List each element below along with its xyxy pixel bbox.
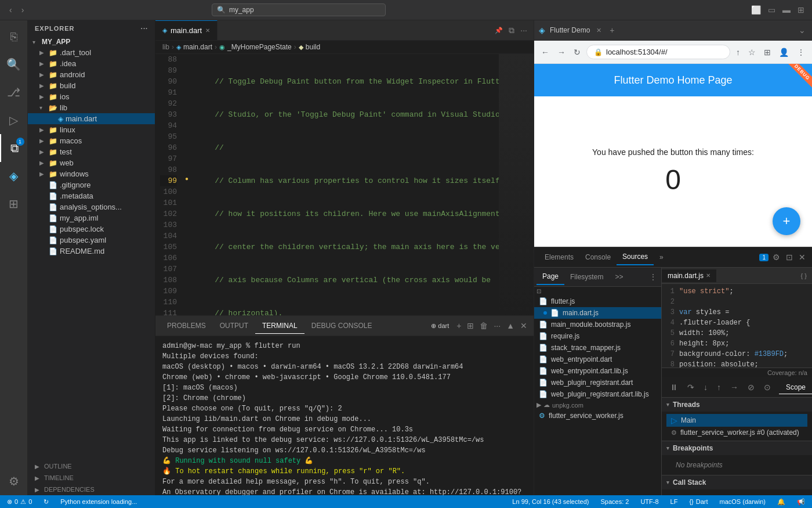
devtools-toggle-panel[interactable]: ⊡	[534, 287, 661, 296]
address-bar[interactable]: 🔒	[586, 45, 730, 59]
back-button[interactable]: ‹	[6, 4, 16, 16]
sources-filesystem-tab[interactable]: Filesystem	[564, 269, 609, 284]
devtools-code-content[interactable]: 1"use strict"; 2 3var styles = 4 .flutte…	[662, 284, 812, 368]
sidebar-item-main-dart[interactable]: ◈ main.dart	[28, 113, 155, 124]
thread-main[interactable]: ▷ Main	[666, 414, 807, 427]
customize-layout-icon[interactable]: ⊞	[796, 3, 806, 16]
devtools-tab-sources[interactable]: Sources	[617, 249, 654, 265]
add-terminal-button[interactable]: +	[455, 319, 463, 332]
bookmark-button[interactable]: ☆	[746, 45, 758, 59]
devtools-file-service-worker[interactable]: ⚙ flutter_service_worker.js	[534, 410, 661, 421]
format-button[interactable]: { }	[799, 271, 809, 281]
terminal-more-button[interactable]: ···	[492, 319, 502, 332]
kill-terminal-button[interactable]: 🗑	[478, 319, 490, 332]
devtools-file-bootstrap[interactable]: 📄 main_module.bootstrap.js	[534, 319, 661, 330]
code-editor[interactable]: // Toggle Debug Paint button from the Wi…	[192, 54, 499, 315]
share-button[interactable]: ↑	[734, 45, 742, 59]
status-notifications[interactable]: 🔔	[775, 498, 788, 506]
devtools-code-tab-main[interactable]: main.dart.js ✕	[662, 269, 716, 282]
devtools-close-button[interactable]: ✕	[797, 251, 807, 264]
sources-options-button[interactable]: ⋮	[647, 271, 659, 283]
status-platform[interactable]: macOS (darwin)	[717, 498, 768, 506]
scope-tab[interactable]: Scope	[779, 381, 812, 394]
status-position[interactable]: Ln 99, Col 16 (43 selected)	[510, 498, 591, 506]
sidebar-item-lib[interactable]: ▾ 📂 lib	[28, 102, 155, 113]
split-terminal-button[interactable]: ⊞	[465, 319, 476, 332]
browser-options-button[interactable]: ⋮	[795, 45, 807, 59]
status-broadcast[interactable]: 📢	[795, 498, 807, 506]
code-container[interactable]: 8889909192 9394959697 9899100101102 1031…	[155, 54, 534, 315]
toggle-panel-icon[interactable]: ▭	[766, 3, 777, 16]
sidebar-item-metadata[interactable]: 📄 .metadata	[28, 190, 155, 201]
status-encoding[interactable]: UTF-8	[638, 498, 661, 506]
editor-more-button[interactable]: ···	[519, 24, 529, 37]
pin-button[interactable]: 📌	[493, 25, 505, 36]
step-over-button[interactable]: ↷	[684, 380, 698, 394]
fab-button[interactable]: +	[773, 207, 800, 235]
editor-tab-close[interactable]: ✕	[205, 27, 210, 34]
activity-git[interactable]: ⎇	[0, 78, 28, 106]
sidebar-item-web[interactable]: ▶ 📁 web	[28, 157, 155, 168]
url-input[interactable]	[606, 48, 723, 56]
new-browser-tab-button[interactable]: +	[608, 24, 616, 37]
tab-debug-console[interactable]: DEBUG CONSOLE	[304, 318, 379, 333]
activity-settings[interactable]: ⚙	[0, 467, 28, 495]
devtools-file-web-plugin[interactable]: 📄 web_plugin_registrant.dart	[534, 377, 661, 388]
search-bar[interactable]: 🔍	[212, 3, 386, 16]
stop-button[interactable]: ⊙	[760, 380, 774, 394]
toggle-sidebar-icon[interactable]: ⬜	[749, 3, 763, 16]
close-code-tab-button[interactable]: ✕	[706, 272, 710, 279]
sidebar-item-my-app-iml[interactable]: 📄 my_app.iml	[28, 212, 155, 224]
browser-menu-button[interactable]: ⌄	[797, 24, 807, 37]
close-terminal-button[interactable]: ✕	[519, 319, 529, 332]
sidebar-item-dart-tool[interactable]: ▶ 📁 .dart_tool	[28, 47, 155, 58]
sidebar-timeline[interactable]: ▶ TIMELINE	[28, 472, 155, 484]
split-editor-button[interactable]: ⧉	[507, 24, 516, 37]
browser-back-button[interactable]: ←	[539, 45, 552, 59]
breakpoints-header[interactable]: ▾ Breakpoints	[662, 441, 812, 455]
devtools-tab-more[interactable]: »	[654, 250, 669, 265]
sidebar-item-pubspec-lock[interactable]: 📄 pubspec.lock	[28, 224, 155, 235]
sidebar-root[interactable]: ▾ MY_APP	[28, 37, 155, 47]
thread-service-worker[interactable]: ⚙ flutter_service_worker.js #0 (activate…	[666, 427, 807, 438]
sidebar-dependencies[interactable]: ▶ DEPENDENCIES	[28, 484, 155, 495]
pause-button[interactable]: ⏸	[666, 380, 682, 394]
toggle-split-icon[interactable]: ▬	[781, 3, 792, 16]
sidebar-item-analysis[interactable]: 📄 analysis_options...	[28, 201, 155, 212]
close-browser-tab-button[interactable]: ✕	[594, 25, 603, 36]
devtools-file-main-dart-js[interactable]: 📄 main.dart.js	[534, 307, 661, 319]
sidebar-item-macos[interactable]: ▶ 📁 macos	[28, 135, 155, 146]
sidebar-item-android[interactable]: ▶ 📁 android	[28, 69, 155, 80]
devtools-settings-button[interactable]: ⚙	[771, 251, 782, 264]
reader-view-button[interactable]: ⊞	[762, 45, 773, 59]
activity-search[interactable]: 🔍	[0, 51, 28, 78]
step-out-button[interactable]: ↑	[713, 380, 724, 394]
terminal-content[interactable]: admin@gw-mac my_app % flutter run Multip…	[155, 336, 534, 495]
sources-more-tab[interactable]: >>	[609, 269, 629, 284]
status-python[interactable]: Python extension loading...	[58, 498, 139, 505]
status-errors[interactable]: ⊗ 0 ⚠ 0	[5, 498, 34, 506]
browser-reload-button[interactable]: ↻	[571, 45, 583, 59]
browser-profile-button[interactable]: 👤	[777, 45, 791, 59]
sidebar-item-pubspec-yaml[interactable]: 📄 pubspec.yaml	[28, 235, 155, 246]
threads-header[interactable]: ▾ Threads	[662, 398, 812, 412]
call-stack-header[interactable]: ▾ Call Stack	[662, 475, 812, 489]
maximize-terminal-button[interactable]: ▲	[505, 319, 516, 332]
activity-dart[interactable]: ◈	[0, 162, 28, 190]
status-eol[interactable]: LF	[668, 498, 680, 506]
devtools-file-require[interactable]: 📄 require.js	[534, 330, 661, 342]
devtools-tab-elements[interactable]: Elements	[539, 250, 579, 265]
sidebar-item-readme[interactable]: 📄 README.md	[28, 246, 155, 257]
sidebar-item-build[interactable]: ▶ 📁 build	[28, 80, 155, 91]
browser-forward-button[interactable]: →	[555, 45, 568, 59]
activity-remote[interactable]: ⊞	[0, 190, 28, 218]
sidebar-item-linux[interactable]: ▶ 📁 linux	[28, 124, 155, 135]
sidebar-item-test[interactable]: ▶ 📁 test	[28, 146, 155, 157]
editor-tab-main-dart[interactable]: ◈ main.dart ✕	[155, 20, 217, 40]
activity-explorer[interactable]: ⎘	[0, 23, 28, 51]
devtools-dock-button[interactable]: ⊡	[784, 251, 795, 264]
step-into-button[interactable]: ↓	[700, 380, 711, 394]
tab-output[interactable]: OUTPUT	[213, 318, 255, 333]
sidebar-item-gitignore[interactable]: 📄 .gitignore	[28, 179, 155, 190]
status-language[interactable]: {} Dart	[687, 498, 710, 506]
